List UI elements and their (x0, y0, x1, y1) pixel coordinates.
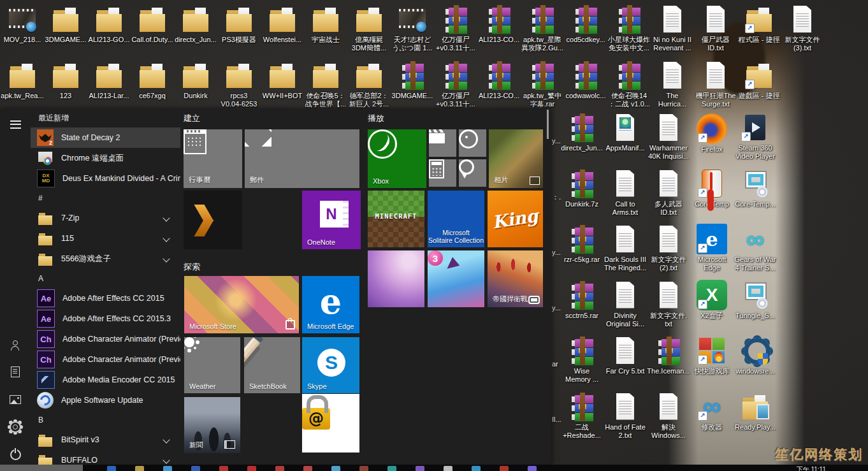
desktop-icon[interactable]: ∞↗修改器 (690, 391, 734, 447)
app-list-item[interactable]: 2State of Decay 2 (31, 127, 180, 148)
taskbar-app-icon[interactable] (107, 466, 116, 471)
tile-clapper[interactable] (429, 129, 456, 157)
app-list-item[interactable]: Chrome 遠端桌面 (31, 148, 180, 168)
desktop-icon[interactable]: 億萬殭屍 3DM簡體... (347, 4, 391, 52)
desktop-icon[interactable]: 小星球大爆炸 免安装中文... (607, 4, 651, 52)
taskbar-app-icon[interactable] (387, 466, 396, 471)
tile-king[interactable]: King (488, 191, 543, 247)
desktop-icon[interactable]: 天才!志村ど うぶつ園 1... (391, 4, 434, 52)
desktop-icon[interactable]: 僵尸武器 ID.txt (694, 4, 737, 52)
taskbar-app-icon[interactable] (416, 466, 424, 471)
rail-menu-button[interactable] (0, 112, 31, 137)
app-list-item[interactable]: AeAdobe After Effects CC 2015.3 (31, 308, 180, 329)
app-section-header[interactable]: B (31, 410, 180, 430)
tile-group-title[interactable]: 播放 (368, 113, 384, 124)
desktop-icon[interactable]: The Hurrica... (651, 60, 694, 108)
taskbar-app-icon[interactable] (275, 466, 284, 471)
desktop-icon[interactable]: ↗遊戲區 - 捷徑 (737, 60, 781, 108)
app-list-item[interactable]: Apple Software Update (31, 390, 180, 410)
tile-solitaire[interactable]: Microsoft Solitaire Collection (428, 191, 484, 247)
desktop-icon[interactable]: PS3模擬器 (217, 4, 261, 52)
tile-disc[interactable] (459, 129, 486, 157)
desktop-icon[interactable]: e↗Microsoft Edge (690, 224, 734, 280)
desktop-icon[interactable]: Wise Memory ... (560, 335, 604, 391)
app-list-folder[interactable]: 7-Zip (31, 208, 180, 228)
taskbar-app-icon[interactable] (163, 466, 172, 471)
tile-store[interactable]: Microsoft Store (184, 276, 299, 333)
app-list-folder[interactable]: 115 (31, 228, 180, 249)
desktop-icon[interactable]: 123 (44, 60, 87, 108)
tile-onenote[interactable]: NOneNote (302, 191, 361, 249)
tile-plex[interactable] (184, 191, 242, 249)
desktop-icon[interactable]: Far Cry 5.txt (604, 335, 647, 391)
desktop-icon[interactable]: The.Iceman... (647, 335, 690, 391)
taskbar-app-icon[interactable] (500, 466, 509, 471)
taskbar-app-icon[interactable] (472, 466, 481, 471)
tile-edgebig[interactable]: eMicrosoft Edge (302, 276, 359, 333)
desktop-icon[interactable]: ↗Steam 360 Video Player (734, 112, 777, 168)
app-list-folder[interactable]: BitSpirit v3 (31, 430, 180, 450)
desktop-icon[interactable]: 使命召唤5： 战争世界【... (304, 60, 347, 108)
desktop-icon[interactable]: Ready.Play... (734, 391, 777, 447)
desktop-icon[interactable]: Call.of.Duty... (131, 4, 174, 52)
app-list-folder[interactable]: BUFFALO (31, 450, 180, 465)
tile-empire[interactable]: 帝國捍衛戰 (488, 250, 543, 307)
desktop-icon[interactable]: ∞Gears of War 4 Trainer S... (734, 224, 777, 280)
desktop-icon[interactable]: 新文字文件. txt (647, 280, 690, 336)
tile-calc[interactable] (429, 159, 456, 187)
desktop-icon[interactable]: windowsre... (734, 335, 777, 391)
desktop-icon[interactable]: 3DMGAME... (44, 4, 87, 52)
rail-documents-button[interactable] (0, 359, 31, 384)
rail-user-button[interactable] (0, 333, 31, 358)
taskbar-search-box[interactable] (0, 465, 83, 471)
desktop-icon[interactable]: rpcs3 V0.04-6253 (217, 60, 261, 108)
desktop-icon[interactable]: ce67xgq (131, 60, 174, 108)
tile-lock[interactable]: @ (302, 394, 359, 453)
desktop-icon[interactable]: scctrn5.rar (560, 280, 604, 336)
taskbar-app-icon[interactable] (191, 466, 200, 471)
desktop-icon[interactable]: X↗X2盒子 (690, 280, 734, 336)
tile-area-scrollbar[interactable] (547, 110, 549, 139)
desktop-icon[interactable]: rzr-c5kg.rar (560, 224, 604, 280)
taskbar-app-icon[interactable] (303, 466, 312, 471)
app-list-item[interactable]: ChAdobe Character Animator (Previe... (31, 329, 180, 349)
tile-disney[interactable] (368, 250, 424, 307)
desktop-icon[interactable]: ALI213-CO... (477, 4, 521, 52)
desktop-icon[interactable]: Wolfenstei... (261, 4, 304, 52)
desktop-icon[interactable]: 3DMGAME... (391, 60, 434, 108)
desktop-icon[interactable]: apk.tw_Rea... (1, 60, 44, 108)
desktop-icon[interactable]: apk.tw_星際 異攻隊2.Gu... (521, 4, 564, 52)
desktop-icon[interactable]: Call to Arms.txt (604, 168, 647, 224)
app-section-header[interactable]: 最近新增 (31, 108, 180, 127)
desktop-icon[interactable]: Core-Temp... (734, 168, 777, 224)
taskbar[interactable]: 下午 11:11 (0, 465, 868, 471)
desktop-icon[interactable]: AppxManif... (604, 112, 647, 168)
desktop-icon[interactable]: Ni no Kuni II Revenant ... (651, 4, 694, 52)
desktop-icon[interactable]: 亿万僵尸 +v0.3.11十... (434, 4, 477, 52)
app-list-item[interactable]: DX MDDeus Ex Mankind Divided - A Crim... (31, 168, 180, 189)
tile-bubble[interactable]: 3 (428, 250, 484, 307)
desktop-icon[interactable]: ALI213-GO... (87, 4, 131, 52)
tile-group-title[interactable]: 探索 (184, 261, 200, 273)
desktop-icon[interactable]: Hand of Fate 2.txt (604, 391, 647, 447)
desktop-icon[interactable]: ALI213-Lar... (87, 60, 131, 108)
rail-power-button[interactable] (0, 442, 31, 467)
tile-calendar[interactable]: 行事曆 (184, 129, 242, 188)
desktop-icon[interactable]: MOV_218... (1, 4, 44, 52)
tile-photos[interactable]: 相片 (489, 129, 543, 188)
desktop-icon[interactable]: 使命召唤14 ：二战 v1.0... (607, 60, 651, 108)
taskbar-app-icon[interactable] (331, 466, 340, 471)
desktop-icon[interactable]: ↗程式區 - 捷徑 (737, 4, 781, 52)
tile-maps[interactable] (459, 159, 486, 187)
desktop-icon[interactable]: Tunngle_S... (734, 280, 777, 336)
app-list-item[interactable]: AeAdobe After Effects CC 2015 (31, 288, 180, 308)
desktop-icon[interactable]: Dark Souls III The Ringed... (604, 224, 647, 280)
desktop-icon[interactable]: 德军总部2： 新巨人 2号... (347, 60, 391, 108)
desktop-icon[interactable]: 亿万僵尸 +v0.3.11十... (434, 60, 477, 108)
taskbar-app-icon[interactable] (359, 466, 368, 471)
desktop-icon[interactable]: 解決 Windows... (647, 391, 690, 447)
desktop-icon[interactable]: Divinity Original Si... (604, 280, 647, 336)
desktop-icon[interactable]: directx_Jun... (174, 4, 217, 52)
desktop-icon[interactable]: 多人武器 ID.txt (647, 168, 690, 224)
tile-pencil[interactable]: SketchBook (244, 337, 300, 393)
